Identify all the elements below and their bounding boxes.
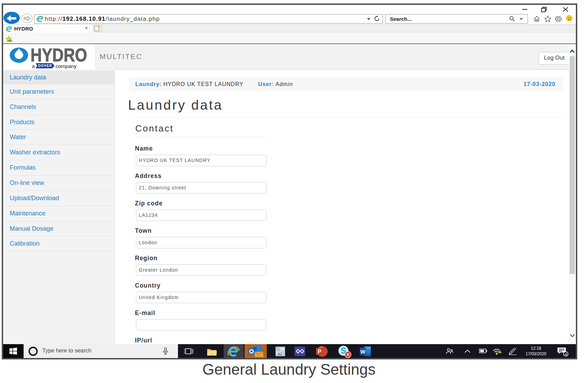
svg-text:P: P — [318, 349, 322, 355]
svg-text:4: 4 — [565, 352, 567, 356]
svg-text:W: W — [360, 349, 366, 355]
